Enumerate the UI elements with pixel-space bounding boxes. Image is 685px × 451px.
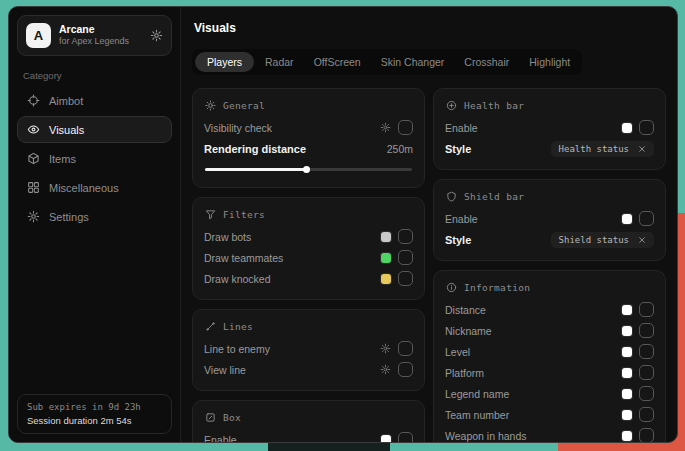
funnel-icon	[205, 209, 216, 220]
health-enable-row: Enable	[445, 117, 654, 138]
draw-teammates-checkbox[interactable]	[398, 250, 413, 265]
line-icon	[205, 321, 216, 332]
gear-icon[interactable]	[380, 364, 391, 375]
view-line-checkbox[interactable]	[398, 362, 413, 377]
color-swatch[interactable]	[381, 253, 391, 263]
general-card: General Visibility check Rendering dista…	[192, 88, 425, 188]
health-style-select[interactable]: Health status	[551, 141, 654, 157]
level-row: Level	[445, 341, 654, 362]
app-logo: A	[26, 23, 51, 48]
color-swatch[interactable]	[622, 123, 632, 133]
sidebar-item-visuals[interactable]: Visuals	[17, 116, 172, 143]
row-label: Style	[445, 143, 471, 155]
tab-bar: Players Radar OffScreen Skin Changer Cro…	[192, 49, 582, 75]
health-bar-card-header: Health bar	[446, 100, 654, 111]
platform-checkbox[interactable]	[639, 365, 654, 380]
color-swatch[interactable]	[622, 410, 632, 420]
gear-icon[interactable]	[380, 343, 391, 354]
cube-icon	[27, 152, 40, 165]
settings-gear-icon[interactable]	[150, 29, 163, 42]
close-icon[interactable]	[638, 145, 646, 153]
nickname-checkbox[interactable]	[639, 323, 654, 338]
health-icon	[446, 100, 457, 111]
color-swatch[interactable]	[622, 431, 632, 441]
color-swatch[interactable]	[381, 435, 391, 443]
row-label: Distance	[445, 304, 486, 316]
color-swatch[interactable]	[622, 389, 632, 399]
subscription-info-box: Sub expires in 9d 23h Session duration 2…	[17, 394, 172, 434]
line-to-enemy-checkbox[interactable]	[398, 341, 413, 356]
rendering-distance-row: Rendering distance 250m	[204, 138, 413, 159]
tab-players[interactable]: Players	[195, 52, 254, 72]
close-icon[interactable]	[638, 236, 646, 244]
section-title: Lines	[223, 321, 253, 332]
sub-expires-text: Sub expires in 9d 23h	[27, 402, 162, 412]
sidebar-item-label: Visuals	[49, 124, 84, 136]
session-duration-text: Session duration 2m 54s	[27, 415, 162, 426]
general-card-header: General	[205, 100, 413, 111]
team-number-checkbox[interactable]	[639, 407, 654, 422]
platform-row: Platform	[445, 362, 654, 383]
row-label: Draw bots	[204, 231, 251, 243]
color-swatch[interactable]	[622, 326, 632, 336]
selected-option: Health status	[559, 144, 629, 154]
section-title: Health bar	[464, 100, 524, 111]
row-label: Style	[445, 234, 471, 246]
color-swatch[interactable]	[622, 368, 632, 378]
gear-icon[interactable]	[380, 122, 391, 133]
wallpaper-dark-area	[268, 442, 390, 451]
tab-offscreen[interactable]: OffScreen	[305, 52, 370, 72]
draw-bots-checkbox[interactable]	[398, 229, 413, 244]
section-title: Box	[223, 412, 241, 423]
sidebar-item-aimbot[interactable]: Aimbot	[17, 87, 172, 114]
row-label: Enable	[204, 434, 237, 443]
level-checkbox[interactable]	[639, 344, 654, 359]
row-label: Enable	[445, 122, 478, 134]
sidebar-item-label: Miscellaneous	[49, 182, 119, 194]
row-label: Draw knocked	[204, 273, 271, 285]
color-swatch[interactable]	[622, 347, 632, 357]
brand-card: A Arcane for Apex Legends	[17, 15, 172, 56]
tab-radar[interactable]: Radar	[256, 52, 303, 72]
main-panel: Visuals Players Radar OffScreen Skin Cha…	[181, 7, 677, 442]
slider-knob[interactable]	[303, 166, 310, 173]
app-subtitle: for Apex Legends	[59, 36, 142, 47]
draw-knocked-checkbox[interactable]	[398, 271, 413, 286]
color-swatch[interactable]	[622, 214, 632, 224]
row-label: Nickname	[445, 325, 492, 337]
section-title: Shield bar	[464, 191, 524, 202]
grid-icon	[27, 181, 40, 194]
slider-fill	[205, 168, 306, 171]
crosshair-icon	[27, 94, 40, 107]
sidebar: A Arcane for Apex Legends Category Aimbo…	[9, 7, 181, 442]
visibility-check-row: Visibility check	[204, 117, 413, 138]
visibility-check-checkbox[interactable]	[398, 120, 413, 135]
selected-option: Shield status	[559, 235, 629, 245]
section-title: Information	[464, 282, 530, 293]
right-column: Health bar Enable Style Health status	[433, 88, 666, 442]
box-card-header: Box	[205, 412, 413, 423]
shield-style-select[interactable]: Shield status	[551, 232, 654, 248]
rendering-distance-slider[interactable]	[205, 166, 412, 173]
tab-crosshair[interactable]: Crosshair	[455, 52, 518, 72]
color-swatch[interactable]	[381, 274, 391, 284]
draw-teammates-row: Draw teammates	[204, 247, 413, 268]
distance-checkbox[interactable]	[639, 302, 654, 317]
shield-enable-checkbox[interactable]	[639, 211, 654, 226]
legend-name-row: Legend name	[445, 383, 654, 404]
brand-text: Arcane for Apex Legends	[59, 23, 142, 47]
sidebar-item-settings[interactable]: Settings	[17, 203, 172, 230]
sidebar-item-items[interactable]: Items	[17, 145, 172, 172]
color-swatch[interactable]	[381, 232, 391, 242]
color-swatch[interactable]	[622, 305, 632, 315]
box-enable-checkbox[interactable]	[398, 432, 413, 442]
sidebar-item-miscellaneous[interactable]: Miscellaneous	[17, 174, 172, 201]
legend-name-checkbox[interactable]	[639, 386, 654, 401]
shield-bar-card: Shield bar Enable Style Shield status	[433, 179, 666, 261]
tab-highlight[interactable]: Highlight	[520, 52, 579, 72]
sidebar-nav: Aimbot Visuals Items Miscellaneous Setti…	[17, 87, 172, 230]
weapon-in-hands-checkbox[interactable]	[639, 428, 654, 442]
row-label: Line to enemy	[204, 343, 270, 355]
tab-skin-changer[interactable]: Skin Changer	[372, 52, 454, 72]
health-enable-checkbox[interactable]	[639, 120, 654, 135]
